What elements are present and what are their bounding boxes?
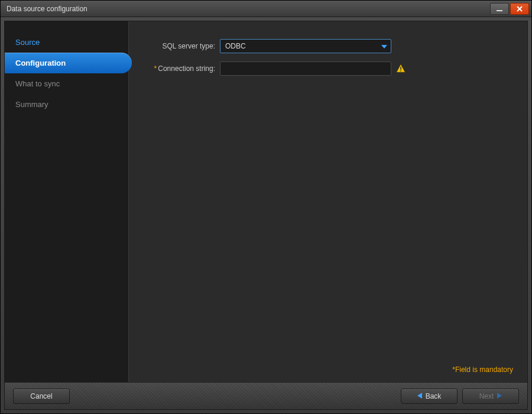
label-sql-server-type: SQL server type: — [143, 42, 220, 50]
sidebar-item-what-to-sync[interactable]: What to sync — [5, 73, 128, 94]
mandatory-note: *Field is mandatory — [452, 366, 513, 374]
minimize-button[interactable] — [490, 3, 509, 15]
chevron-down-icon — [381, 42, 387, 50]
sidebar-item-label: Summary — [15, 100, 48, 109]
wizard-sidebar: Source Configuration What to sync Summar… — [5, 21, 129, 382]
svg-rect-0 — [497, 10, 502, 11]
svg-rect-6 — [400, 70, 401, 72]
row-connection-string: *Connection string: — [143, 62, 513, 76]
sidebar-item-label: What to sync — [15, 79, 60, 88]
close-button[interactable] — [510, 3, 529, 15]
dialog-window: Data source configuration Source — [0, 0, 532, 414]
minimize-icon — [496, 5, 503, 12]
main-area: Source Configuration What to sync Summar… — [5, 21, 527, 382]
form-area: SQL server type: ODBC *Connection string… — [129, 21, 527, 382]
warning-icon — [396, 64, 406, 73]
outer-frame: Source Configuration What to sync Summar… — [1, 17, 531, 413]
row-sql-server-type: SQL server type: ODBC — [143, 39, 513, 53]
sidebar-item-label: Source — [15, 38, 40, 47]
select-value: ODBC — [225, 42, 246, 50]
button-label: Cancel — [30, 392, 52, 400]
label-connection-string: *Connection string: — [143, 64, 220, 73]
chevron-right-icon — [497, 392, 502, 400]
content-frame: Source Configuration What to sync Summar… — [4, 21, 528, 410]
cancel-button[interactable]: Cancel — [13, 389, 70, 404]
window-controls — [490, 3, 529, 15]
title-bar: Data source configuration — [1, 1, 531, 17]
sidebar-item-configuration[interactable]: Configuration — [5, 53, 132, 73]
sidebar-item-label: Configuration — [15, 59, 66, 67]
connection-string-input[interactable] — [220, 62, 391, 76]
sidebar-item-summary[interactable]: Summary — [5, 94, 128, 115]
svg-marker-7 — [417, 393, 422, 399]
back-button[interactable]: Back — [401, 389, 458, 404]
svg-marker-3 — [381, 45, 387, 48]
label-text: Connection string: — [158, 64, 215, 73]
window-title: Data source configuration — [7, 5, 490, 13]
button-label: Next — [479, 392, 494, 400]
button-label: Back — [426, 392, 442, 400]
close-icon — [516, 5, 523, 12]
mandatory-asterisk: * — [154, 64, 157, 73]
sql-server-type-select[interactable]: ODBC — [220, 39, 391, 53]
button-bar: Cancel Back Next — [5, 382, 527, 409]
next-button[interactable]: Next — [462, 389, 519, 404]
svg-marker-8 — [497, 393, 502, 399]
svg-rect-5 — [400, 67, 401, 70]
sidebar-item-source[interactable]: Source — [5, 32, 128, 53]
chevron-left-icon — [417, 392, 422, 400]
